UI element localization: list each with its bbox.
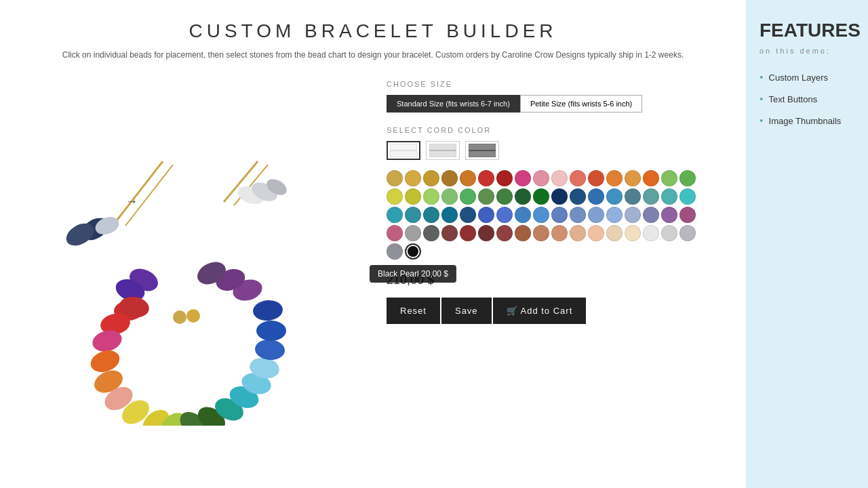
- builder-area: →: [27, 73, 719, 426]
- cord-swatch-white[interactable]: [387, 141, 420, 160]
- color-swatch[interactable]: [625, 207, 641, 223]
- color-swatch[interactable]: [625, 225, 641, 241]
- color-swatch[interactable]: [661, 170, 677, 186]
- color-swatch[interactable]: [478, 225, 494, 241]
- svg-point-30: [252, 299, 283, 322]
- color-swatch[interactable]: [588, 207, 604, 223]
- size-standard-button[interactable]: Standard Size (fits wrists 6-7 inch): [387, 95, 520, 113]
- action-buttons: Reset Save 🛒 Add to Cart: [387, 298, 719, 324]
- color-swatch[interactable]: [643, 170, 659, 186]
- color-swatch[interactable]: [551, 225, 568, 241]
- svg-line-0: [115, 161, 163, 222]
- size-label: CHOOSE SIZE: [387, 80, 719, 88]
- color-swatch[interactable]: [606, 170, 623, 186]
- color-swatch[interactable]: [460, 170, 476, 186]
- color-swatch[interactable]: [533, 170, 549, 186]
- color-swatch[interactable]: [661, 188, 677, 205]
- color-swatch[interactable]: [441, 170, 458, 186]
- color-swatch[interactable]: [423, 188, 439, 205]
- cord-gray-icon: [429, 144, 456, 157]
- color-swatch[interactable]: [679, 170, 696, 186]
- color-swatch[interactable]: [570, 207, 586, 223]
- color-swatch[interactable]: [606, 188, 623, 205]
- color-swatch[interactable]: [533, 207, 549, 223]
- color-swatch[interactable]: [515, 207, 531, 223]
- size-buttons: Standard Size (fits wrists 6-7 inch) Pet…: [387, 95, 719, 113]
- svg-point-29: [256, 321, 286, 341]
- page-subtitle: Click on individual beads for placement,…: [27, 50, 719, 60]
- page-title: CUSTOM BRACELET BUILDER: [27, 20, 719, 42]
- color-swatch[interactable]: [661, 207, 677, 223]
- color-swatch[interactable]: [387, 207, 403, 223]
- bullet-icon-3: •: [760, 115, 764, 127]
- feature-item-2: • Text Buttons: [760, 94, 854, 106]
- color-swatch[interactable]: [496, 188, 513, 205]
- color-swatch[interactable]: [588, 188, 604, 205]
- color-swatch-black-pearl[interactable]: Black Pearl 20,00 $: [405, 243, 421, 260]
- color-swatch[interactable]: [661, 225, 677, 241]
- color-swatch[interactable]: [588, 170, 604, 186]
- color-swatch-selected[interactable]: [387, 243, 403, 260]
- controls-panel: CHOOSE SIZE Standard Size (fits wrists 6…: [387, 73, 719, 426]
- color-swatch[interactable]: [405, 188, 421, 205]
- color-swatch[interactable]: [460, 188, 476, 205]
- color-swatch[interactable]: [515, 170, 531, 186]
- color-swatch[interactable]: [679, 207, 696, 223]
- features-subtitle: on this demo:: [760, 47, 854, 55]
- color-swatch[interactable]: [478, 207, 494, 223]
- color-swatch[interactable]: [643, 188, 659, 205]
- color-swatch[interactable]: [551, 170, 568, 186]
- color-swatch[interactable]: [625, 170, 641, 186]
- color-swatch[interactable]: [387, 225, 403, 241]
- color-swatch[interactable]: [387, 188, 403, 205]
- features-title: FEATURES: [760, 20, 854, 41]
- color-swatch[interactable]: [570, 188, 586, 205]
- color-swatch[interactable]: [679, 225, 696, 241]
- color-swatch[interactable]: [533, 188, 549, 205]
- color-swatch[interactable]: [441, 207, 458, 223]
- color-swatch[interactable]: [423, 170, 439, 186]
- color-swatch[interactable]: [496, 225, 513, 241]
- color-swatch[interactable]: [570, 225, 586, 241]
- color-swatch[interactable]: [405, 170, 421, 186]
- color-swatch[interactable]: [570, 170, 586, 186]
- color-swatch[interactable]: [441, 188, 458, 205]
- color-swatch[interactable]: [643, 225, 659, 241]
- feature-label-3: Image Thumbnails: [769, 116, 842, 126]
- color-swatch[interactable]: [405, 225, 421, 241]
- cord-swatch-dark[interactable]: [465, 141, 499, 160]
- color-swatch[interactable]: [533, 225, 549, 241]
- color-swatch[interactable]: [460, 207, 476, 223]
- cord-dark-icon: [469, 144, 496, 157]
- color-swatch[interactable]: [643, 207, 659, 223]
- color-swatch[interactable]: [515, 225, 531, 241]
- color-swatch[interactable]: [515, 188, 531, 205]
- add-to-cart-button[interactable]: 🛒 Add to Cart: [493, 298, 587, 324]
- color-swatch[interactable]: [496, 207, 513, 223]
- color-swatch[interactable]: [387, 170, 403, 186]
- size-petite-button[interactable]: Petite Size (fits wrists 5-6 inch): [520, 95, 642, 113]
- color-swatch[interactable]: [423, 207, 439, 223]
- color-swatch[interactable]: [625, 188, 641, 205]
- color-swatch[interactable]: [679, 188, 696, 205]
- color-swatch[interactable]: [606, 225, 623, 241]
- color-swatch[interactable]: [478, 188, 494, 205]
- color-swatch[interactable]: [478, 170, 494, 186]
- color-swatch[interactable]: [460, 225, 476, 241]
- color-swatch[interactable]: [423, 225, 439, 241]
- color-swatch[interactable]: [606, 207, 623, 223]
- save-button[interactable]: Save: [441, 298, 492, 324]
- cord-label: SELECT CORD COLOR: [387, 126, 719, 134]
- color-swatch[interactable]: [405, 207, 421, 223]
- color-swatch[interactable]: [588, 225, 604, 241]
- cord-options: [387, 141, 719, 160]
- feature-item-1: • Custom Layers: [760, 72, 854, 84]
- cord-white-icon: [390, 144, 417, 157]
- color-swatch[interactable]: [551, 188, 568, 205]
- color-swatch[interactable]: [496, 170, 513, 186]
- cord-swatch-gray[interactable]: [426, 141, 460, 160]
- svg-text:→: →: [125, 195, 138, 208]
- reset-button[interactable]: Reset: [387, 298, 440, 324]
- color-swatch[interactable]: [551, 207, 568, 223]
- color-swatch[interactable]: [441, 225, 458, 241]
